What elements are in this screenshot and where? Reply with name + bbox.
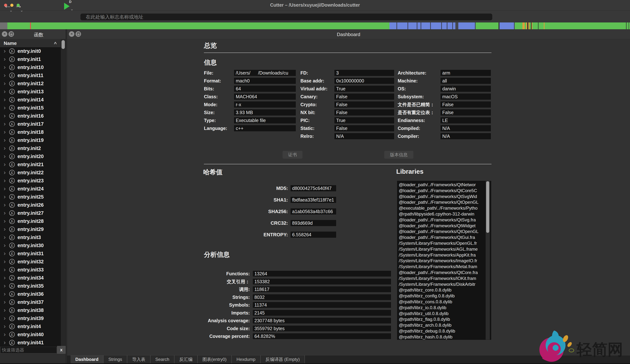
expand-chevron-icon[interactable]: › bbox=[4, 137, 6, 143]
functions-scrollbar-thumb[interactable] bbox=[62, 40, 65, 49]
expand-chevron-icon[interactable]: › bbox=[4, 185, 6, 192]
library-path[interactable]: @executable_path/../Frameworks/Pytho bbox=[399, 205, 492, 211]
library-path[interactable]: @rpath/librz_hash.0.8.dylib bbox=[399, 334, 492, 340]
info-field-value[interactable]: darwin bbox=[440, 85, 491, 92]
expand-chevron-icon[interactable]: › bbox=[4, 266, 6, 273]
version-info-button[interactable]: 版本信息 bbox=[384, 151, 414, 159]
info-field-value[interactable]: False bbox=[334, 109, 394, 116]
expand-chevron-icon[interactable]: › bbox=[4, 299, 6, 305]
function-list-item[interactable]: › ƒₓ entry.init25 bbox=[0, 193, 61, 201]
expand-chevron-icon[interactable]: › bbox=[4, 64, 6, 70]
expand-chevron-icon[interactable]: › bbox=[4, 193, 6, 200]
analysis-value[interactable]: 2145 bbox=[252, 310, 391, 316]
functions-name-column-header[interactable]: Name ^ bbox=[0, 39, 61, 47]
quick-filter-input[interactable] bbox=[0, 347, 57, 353]
analysis-value[interactable]: 153382 bbox=[252, 278, 391, 285]
library-path[interactable]: /System/Library/Frameworks/ImageIO.fr bbox=[399, 258, 492, 264]
function-list-item[interactable]: › ƒₓ entry.init20 bbox=[0, 152, 61, 160]
function-list-item[interactable]: › ƒₓ entry.init31 bbox=[0, 250, 61, 258]
function-list-item[interactable]: › ƒₓ entry.init2 bbox=[0, 144, 61, 152]
expand-chevron-icon[interactable]: › bbox=[4, 307, 6, 313]
library-path[interactable]: @loader_path/../Frameworks/QtSvgWid bbox=[399, 194, 492, 199]
bottom-tab[interactable]: Dashboard bbox=[70, 355, 104, 363]
expand-chevron-icon[interactable]: › bbox=[4, 120, 6, 127]
hash-value[interactable]: fbdfaea33fef118f7e1 bbox=[290, 197, 336, 203]
certificates-button[interactable]: 证书 bbox=[282, 151, 303, 159]
expand-chevron-icon[interactable]: › bbox=[4, 339, 6, 346]
function-list-item[interactable]: › ƒₓ entry.init21 bbox=[0, 160, 61, 169]
function-list-item[interactable]: › ƒₓ entry.init37 bbox=[0, 298, 61, 306]
function-list-item[interactable]: › ƒₓ entry.init29 bbox=[0, 225, 61, 233]
function-list-item[interactable]: › ƒₓ entry.init3 bbox=[0, 233, 61, 241]
expand-chevron-icon[interactable]: › bbox=[4, 331, 6, 338]
function-list-item[interactable]: › ƒₓ entry.init17 bbox=[0, 120, 61, 128]
info-field-value[interactable]: 3 bbox=[334, 69, 394, 76]
bottom-tab[interactable]: Hexdump bbox=[232, 355, 261, 363]
info-field-value[interactable]: LE bbox=[440, 117, 491, 124]
library-path[interactable]: @loader_path/../Frameworks/QtGui.fra bbox=[399, 234, 492, 240]
expand-chevron-icon[interactable]: › bbox=[4, 218, 6, 224]
bottom-tab[interactable]: 导入表 bbox=[127, 355, 150, 363]
function-list-item[interactable]: › ƒₓ entry.init12 bbox=[0, 79, 61, 88]
info-field-value[interactable]: /Users/ /Downloads/cu bbox=[234, 69, 296, 76]
debug-start-button[interactable]: D ⌄ bbox=[64, 2, 74, 10]
library-path[interactable]: /System/Library/Frameworks/Metal.fram bbox=[399, 264, 492, 270]
expand-chevron-icon[interactable]: › bbox=[4, 290, 6, 297]
hash-value[interactable]: 6.558264 bbox=[290, 231, 336, 238]
function-list-item[interactable]: › ƒₓ entry.init28 bbox=[0, 217, 61, 225]
expand-chevron-icon[interactable]: › bbox=[4, 201, 6, 208]
expand-chevron-icon[interactable]: › bbox=[4, 315, 6, 322]
info-field-value[interactable]: c++ bbox=[234, 125, 296, 132]
bottom-tab[interactable]: Search bbox=[150, 355, 174, 363]
analysis-value[interactable]: 8032 bbox=[252, 294, 391, 300]
clear-filter-button[interactable]: x bbox=[57, 346, 66, 354]
library-path[interactable]: @rpath/librz_flag.0.8.dylib bbox=[399, 316, 492, 322]
forward-history-chevron-icon[interactable]: ⌄ bbox=[20, 8, 23, 12]
seek-address-input[interactable] bbox=[80, 14, 492, 20]
expand-chevron-icon[interactable]: › bbox=[4, 242, 6, 249]
expand-chevron-icon[interactable]: › bbox=[4, 55, 6, 62]
info-field-value[interactable]: r-x bbox=[234, 101, 296, 108]
expand-chevron-icon[interactable]: › bbox=[4, 104, 6, 111]
info-field-value[interactable]: N/A bbox=[440, 125, 491, 132]
library-path[interactable]: @rpath/librz_arch.0.8.dylib bbox=[399, 322, 492, 328]
function-list-item[interactable]: › ƒₓ entry.init0 bbox=[0, 47, 61, 55]
library-path[interactable]: /System/Library/Frameworks/AppKit.fra bbox=[399, 252, 492, 258]
function-list-item[interactable]: › ƒₓ entry.init41 bbox=[0, 339, 61, 347]
flag-coverage-bar[interactable] bbox=[0, 22, 630, 29]
function-list-item[interactable]: › ƒₓ entry.init40 bbox=[0, 331, 61, 339]
function-list-item[interactable]: › ƒₓ entry.init35 bbox=[0, 282, 61, 290]
library-path[interactable]: /System/Library/Frameworks/DiskArbitr bbox=[399, 281, 492, 287]
library-path[interactable]: @loader_path/../Frameworks/QtNetwor bbox=[399, 182, 492, 188]
expand-chevron-icon[interactable]: › bbox=[4, 282, 6, 289]
expand-chevron-icon[interactable]: › bbox=[4, 47, 6, 54]
expand-chevron-icon[interactable]: › bbox=[4, 250, 6, 257]
library-path[interactable]: @rpath/librz_config.0.8.dylib bbox=[399, 293, 492, 299]
function-list-item[interactable]: › ƒₓ entry.init4 bbox=[0, 323, 61, 331]
info-field-value[interactable]: N/A bbox=[440, 133, 491, 139]
close-panel-icon[interactable]: ✕ bbox=[2, 31, 7, 37]
function-list-item[interactable]: › ƒₓ entry.init23 bbox=[0, 177, 61, 185]
expand-chevron-icon[interactable]: › bbox=[4, 274, 6, 281]
info-field-value[interactable]: 64 bbox=[234, 85, 296, 92]
float-panel-icon[interactable] bbox=[8, 31, 14, 37]
info-field-value[interactable]: False bbox=[440, 109, 491, 116]
panel-splitter[interactable] bbox=[66, 29, 67, 364]
function-list-item[interactable]: › ƒₓ entry.init36 bbox=[0, 290, 61, 298]
info-field-value[interactable]: False bbox=[334, 93, 394, 100]
function-list-item[interactable]: › ƒₓ entry.init27 bbox=[0, 209, 61, 217]
library-path[interactable]: @loader_path/../Frameworks/QtOpenGL bbox=[399, 229, 492, 234]
library-path[interactable]: @loader_path/../Frameworks/QtSvg.fra bbox=[399, 217, 492, 223]
info-field-value[interactable]: True bbox=[334, 117, 394, 124]
library-path[interactable]: @rpath/librz_debug.0.8.dylib bbox=[399, 328, 492, 334]
function-list-item[interactable]: › ƒₓ entry.init24 bbox=[0, 185, 61, 193]
bottom-tab[interactable]: 反编译器 (Empty) bbox=[261, 355, 305, 363]
function-list-item[interactable]: › ƒₓ entry.init32 bbox=[0, 258, 61, 266]
expand-chevron-icon[interactable]: › bbox=[4, 80, 6, 87]
expand-chevron-icon[interactable]: › bbox=[4, 234, 6, 241]
function-list-item[interactable]: › ƒₓ entry.init1 bbox=[0, 55, 61, 63]
expand-chevron-icon[interactable]: › bbox=[4, 112, 6, 119]
analysis-value[interactable]: 64.8282% bbox=[252, 333, 391, 339]
function-list-item[interactable]: › ƒₓ entry.init10 bbox=[0, 63, 61, 71]
info-field-value[interactable]: all bbox=[440, 77, 491, 84]
